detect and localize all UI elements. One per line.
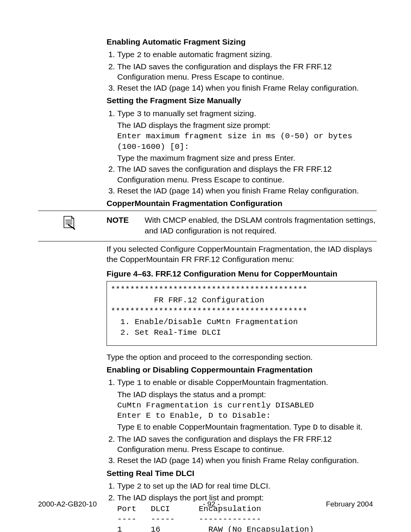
text: Type	[117, 109, 137, 118]
step: Reset the IAD (page 14) when you finish …	[117, 83, 377, 93]
text: Type	[117, 50, 137, 59]
key-code: E	[137, 423, 142, 432]
step: Type 2 to enable automatic fragment sizi…	[117, 49, 377, 60]
step: Type 1 to enable or disable CopperMounta…	[117, 377, 377, 433]
step: Type 2 to set up the IAD for real time D…	[117, 481, 377, 492]
paragraph: Type the option and proceed to the corre…	[107, 352, 377, 362]
footer-center: - 92 -	[203, 500, 220, 509]
text: Type	[117, 481, 137, 490]
page-footer: 2000-A2-GB20-10 - 92 - February 2004	[38, 500, 373, 509]
menu-codebox: ****************************************…	[107, 281, 377, 346]
heading-real-time-dlci: Setting Real Time DLCI	[107, 468, 377, 478]
text: to set up the IAD for real time DLCI.	[142, 481, 270, 490]
steps-manual-frag: Type 3 to manually set fragment sizing. …	[107, 108, 377, 196]
heading-cumtn-frag: CopperMountain Fragmentation Configurati…	[107, 198, 377, 208]
text: Type the maximum fragment size and press…	[117, 153, 377, 163]
key-code: 3	[137, 110, 142, 118]
step: The IAD saves the configuration and disp…	[117, 434, 377, 455]
key-code: 2	[137, 482, 142, 491]
key-code: D	[313, 423, 318, 432]
heading-enable-cumtn: Enabling or Disabling Coppermountain Fra…	[107, 364, 377, 375]
cli-prompt: Enter maximum fragment size in ms (0-50)…	[117, 131, 377, 152]
text: to enable automatic fragment sizing.	[142, 50, 272, 59]
note-icon	[62, 215, 75, 230]
steps-auto-frag: Type 2 to enable automatic fragment sizi…	[107, 49, 377, 93]
text: The IAD displays the status and a prompt…	[117, 389, 377, 399]
steps-enable-cumtn: Type 1 to enable or disable CopperMounta…	[107, 377, 377, 465]
note-block: NOTE With CMCP enabled, the DSLAM contro…	[38, 211, 377, 241]
step: Type 3 to manually set fragment sizing. …	[117, 108, 377, 163]
heading-manual-frag: Setting the Fragment Size Manually	[107, 95, 377, 105]
text: Type	[117, 422, 137, 431]
step: Reset the IAD (page 14) when you finish …	[117, 455, 377, 465]
step: The IAD saves the configuration and disp…	[117, 164, 377, 185]
key-code: 1	[137, 379, 142, 387]
key-code: 2	[137, 51, 142, 59]
step: Reset the IAD (page 14) when you finish …	[117, 185, 377, 196]
heading-auto-frag: Enabling Automatic Fragment Sizing	[107, 37, 377, 47]
note-label: NOTE	[107, 215, 145, 236]
paragraph: If you selected Configure CopperMountain…	[107, 244, 377, 265]
step: The IAD saves the configuration and disp…	[117, 61, 377, 82]
text: to enable CopperMountain fragmentation. …	[142, 422, 313, 431]
text: The IAD displays the fragment size promp…	[117, 120, 377, 130]
step: The IAD displays the port list and promp…	[117, 492, 377, 532]
figure-caption: Figure 4–63. FRF.12 Configuration Menu f…	[107, 268, 377, 279]
text: to disable it.	[318, 422, 363, 431]
text: to manually set fragment sizing.	[142, 109, 256, 118]
footer-right: February 2004	[326, 500, 373, 509]
note-text: With CMCP enabled, the DSLAM controls fr…	[145, 215, 377, 236]
cli-prompt: CuMtn Fragmentation is currently DISABLE…	[117, 400, 377, 421]
text: to enable or disable CopperMountain frag…	[142, 378, 328, 387]
footer-left: 2000-A2-GB20-10	[38, 500, 97, 509]
text: Type	[117, 378, 137, 387]
